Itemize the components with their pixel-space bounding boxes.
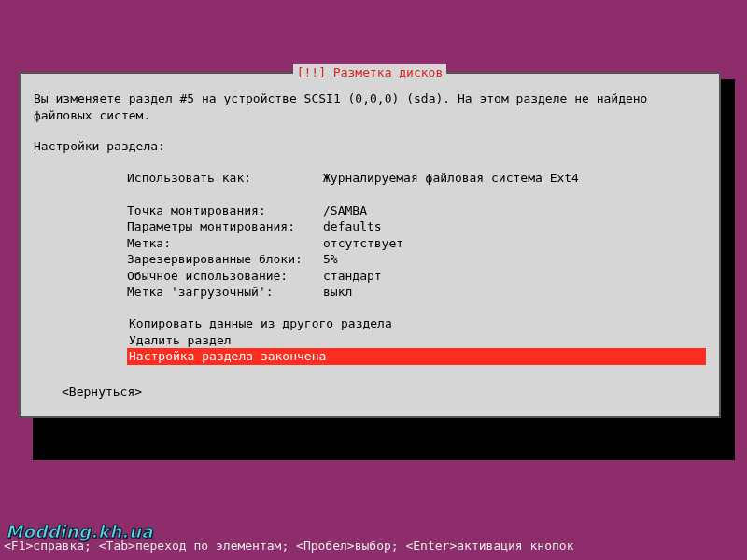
settings-key: Зарезервированные блоки:: [127, 251, 323, 268]
settings-list: Использовать как:Журналируемая файловая …: [127, 170, 706, 301]
settings-value: defaults: [323, 218, 382, 235]
help-bar: <F1>справка; <Tab>переход по элементам; …: [0, 538, 573, 554]
settings-value: 5%: [323, 251, 338, 268]
settings-key: Параметры монтирования:: [127, 218, 323, 235]
action-item[interactable]: Копировать данные из другого раздела: [127, 315, 706, 332]
settings-heading: Настройки раздела:: [34, 138, 706, 155]
settings-value: /SAMBA: [323, 203, 367, 219]
settings-value: отсутствует: [323, 235, 403, 252]
settings-value: выкл: [323, 284, 352, 301]
dialog-message: Вы изменяете раздел #5 на устройстве SCS…: [34, 91, 706, 123]
settings-key: Использовать как:: [127, 170, 323, 187]
settings-key: Метка 'загрузочный':: [127, 284, 323, 301]
settings-key: Обычное использование:: [127, 268, 323, 285]
settings-value: стандарт: [323, 268, 382, 285]
actions-list: Копировать данные из другого разделаУдал…: [127, 315, 706, 365]
settings-row[interactable]: Метка:отсутствует: [127, 235, 706, 252]
dialog-title-wrap: [!!] Разметка дисков: [21, 64, 719, 81]
settings-key: Точка монтирования:: [127, 203, 323, 219]
action-item[interactable]: Удалить раздел: [127, 332, 706, 349]
settings-row[interactable]: Параметры монтирования:defaults: [127, 218, 706, 235]
settings-value: Журналируемая файловая система Ext4: [323, 170, 579, 187]
back-button[interactable]: <Вернуться>: [62, 384, 706, 400]
action-item[interactable]: Настройка раздела закончена: [127, 348, 706, 365]
settings-key: [127, 186, 323, 203]
settings-row[interactable]: Обычное использование:стандарт: [127, 268, 706, 285]
settings-key: Метка:: [127, 235, 323, 252]
dialog-title: [!!] Разметка дисков: [293, 64, 447, 81]
settings-row[interactable]: Использовать как:Журналируемая файловая …: [127, 170, 706, 187]
settings-row: [127, 186, 706, 203]
settings-row[interactable]: Зарезервированные блоки:5%: [127, 251, 706, 268]
partition-dialog: [!!] Разметка дисков Вы изменяете раздел…: [19, 72, 721, 418]
settings-row[interactable]: Точка монтирования:/SAMBA: [127, 203, 706, 219]
settings-row[interactable]: Метка 'загрузочный':выкл: [127, 284, 706, 301]
